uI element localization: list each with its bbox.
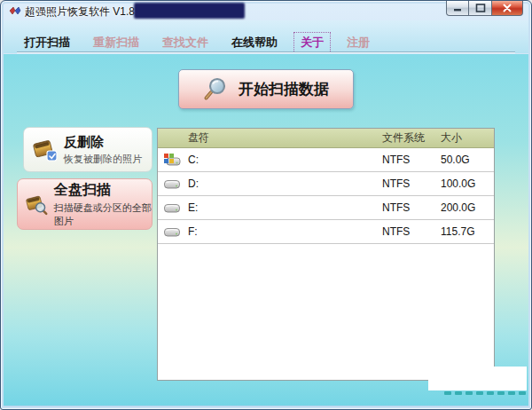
- app-icon: [8, 4, 22, 17]
- filesystem-value: NTFS: [382, 201, 441, 214]
- table-row-drive-d[interactable]: D: NTFS 100.0G: [158, 172, 494, 196]
- menu-separator: [17, 51, 515, 53]
- header-size[interactable]: 大小: [441, 130, 494, 146]
- sidebar-button-undelete[interactable]: 反删除 恢复被删除的照片: [23, 127, 153, 172]
- drive-letter: F:: [188, 225, 198, 238]
- app-window: 超强照片恢复软件 V1.85 打开扫描 重新扫描 查找文件: [0, 0, 532, 410]
- full-scan-title: 全盘扫描: [54, 181, 152, 200]
- size-value: 50.0G: [441, 154, 494, 166]
- start-scan-button[interactable]: 开始扫描数据: [178, 69, 354, 109]
- obscured-watermark: [444, 391, 526, 395]
- header-filesystem[interactable]: 文件系统: [382, 130, 441, 146]
- table-row-drive-e[interactable]: E: NTFS 200.0G: [158, 196, 494, 220]
- minimize-button[interactable]: [446, 1, 469, 16]
- main-area: 开始扫描数据 反删除 恢复被删除的照片: [4, 54, 528, 406]
- close-button[interactable]: [492, 1, 523, 16]
- size-value: 200.0G: [441, 201, 494, 214]
- minimize-icon: [452, 4, 463, 12]
- full-scan-icon: [25, 191, 49, 217]
- caption-buttons: [446, 1, 523, 16]
- drive-table: 盘符 文件系统 大小 C: NTFS 50.0G: [157, 128, 495, 381]
- filesystem-value: NTFS: [382, 177, 441, 190]
- table-row-drive-f[interactable]: F: NTFS 115.7G: [158, 220, 494, 244]
- header-drive[interactable]: 盘符: [158, 130, 382, 146]
- table-header: 盘符 文件系统 大小: [158, 129, 494, 148]
- drive-icon: [163, 201, 181, 215]
- titlebar[interactable]: 超强照片恢复软件 V1.85: [1, 1, 531, 20]
- undelete-title: 反删除: [64, 134, 142, 151]
- sidebar-button-full-scan[interactable]: 全盘扫描 扫描硬盘或分区的全部图片: [17, 178, 153, 230]
- maximize-icon: [475, 4, 486, 12]
- overlay-patch: [428, 367, 527, 390]
- undelete-subtitle: 恢复被删除的照片: [64, 153, 142, 166]
- undelete-photo-icon: [32, 138, 59, 162]
- size-value: 115.7G: [441, 225, 494, 238]
- menu-item-about[interactable]: 关于: [293, 32, 331, 53]
- system-drive-icon: [163, 153, 181, 167]
- magnifier-icon: [203, 77, 227, 101]
- table-row-drive-c[interactable]: C: NTFS 50.0G: [158, 148, 494, 172]
- drive-letter: D:: [188, 177, 199, 190]
- close-icon: [502, 4, 512, 12]
- menu-item-open-scan[interactable]: 打开扫描: [17, 32, 77, 53]
- redacted-area: [134, 3, 245, 19]
- drive-letter: E:: [188, 201, 198, 214]
- size-value: 100.0G: [441, 177, 494, 190]
- filesystem-value: NTFS: [382, 225, 441, 238]
- menu-item-online-help[interactable]: 在线帮助: [224, 32, 285, 53]
- window-title: 超强照片恢复软件 V1.85: [25, 4, 141, 20]
- drive-icon: [163, 225, 181, 239]
- filesystem-value: NTFS: [382, 154, 441, 166]
- menu-item-rescan[interactable]: 重新扫描: [86, 32, 146, 53]
- start-scan-label: 开始扫描数据: [239, 79, 329, 99]
- menubar: 打开扫描 重新扫描 查找文件 在线帮助 关于 注册: [4, 20, 528, 53]
- maximize-button[interactable]: [469, 1, 492, 16]
- menu-item-register[interactable]: 注册: [340, 32, 377, 53]
- menu-item-find-files[interactable]: 查找文件: [155, 32, 215, 53]
- drive-icon: [163, 177, 181, 191]
- drive-letter: C:: [188, 154, 199, 166]
- full-scan-subtitle: 扫描硬盘或分区的全部图片: [54, 201, 152, 228]
